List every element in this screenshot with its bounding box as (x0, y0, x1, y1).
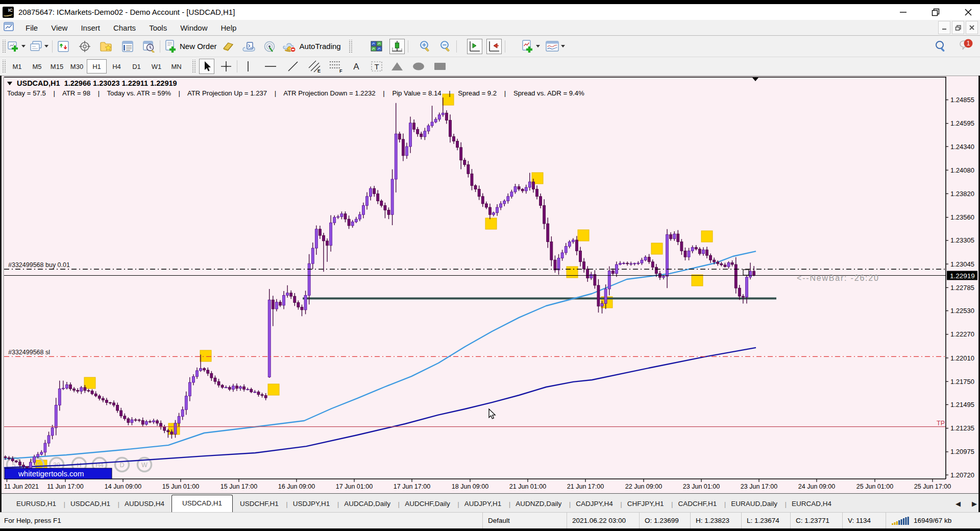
price-chart[interactable]: 51530HH4DW 1.248551.245951.243401.240801… (0, 0, 980, 531)
indicators-button[interactable] (521, 39, 541, 54)
notifications-icon[interactable]: 1 (955, 39, 974, 54)
candlestick-mode-button[interactable] (389, 39, 405, 54)
new-chart-button[interactable] (7, 39, 26, 54)
child-restore-icon[interactable] (952, 21, 964, 34)
signal-marker[interactable] (84, 377, 95, 389)
chart-tab-audcad-daily[interactable]: AUDCAD,Daily| (337, 496, 398, 512)
signal-marker[interactable] (200, 350, 211, 361)
menu-item-charts[interactable]: Charts (107, 21, 142, 34)
hline-tool-button[interactable] (263, 59, 278, 74)
signals-button[interactable] (262, 39, 277, 54)
autotrading-button[interactable] (282, 39, 299, 54)
minimize-icon[interactable] (897, 7, 909, 18)
chart-shift-button[interactable] (467, 39, 482, 54)
signal-marker[interactable] (268, 384, 279, 395)
chart-tab-audchf-daily[interactable]: AUDCHF,Daily| (398, 496, 457, 512)
timeframe-button-h4[interactable]: H4 (107, 59, 127, 74)
menu-item-file[interactable]: File (19, 21, 44, 34)
close-icon[interactable] (963, 7, 974, 18)
chart-window-icon[interactable] (4, 22, 14, 33)
chart-tab-usdchf-h1[interactable]: USDCHF,H1| (233, 496, 286, 512)
search-icon[interactable] (933, 39, 948, 54)
chart-tab-usdcad-h1[interactable]: USDCAD,H1| (63, 496, 117, 512)
chart-tab-audjpy-h1[interactable]: AUDJPY,H1| (457, 496, 509, 512)
rectangle-shape-button[interactable] (432, 59, 448, 74)
zoom-in-button[interactable] (418, 39, 433, 54)
chart-tab-audusd-h4[interactable]: AUDUSD,H4 (117, 496, 172, 512)
toolbar-grip2[interactable] (348, 40, 352, 53)
child-minimize-icon[interactable] (938, 21, 950, 34)
child-close-icon[interactable] (966, 21, 978, 34)
chart-tab-audnzd-daily[interactable]: AUDNZD,Daily| (508, 496, 569, 512)
toolbar2-grip2[interactable] (191, 60, 195, 73)
tabs-scroll-left-icon[interactable]: ◀ (955, 500, 961, 508)
zoom-out-button[interactable] (438, 39, 453, 54)
timeframe-button-m15[interactable]: M15 (47, 59, 67, 74)
templates-button[interactable] (545, 39, 566, 54)
chart-tab-eurusd-h1[interactable]: EURUSD,H1| (9, 496, 63, 512)
market-watch-button[interactable] (56, 39, 71, 54)
timeframe-button-mn[interactable]: MN (166, 59, 186, 74)
signal-marker[interactable] (651, 243, 663, 254)
chart-tab-euraud-daily[interactable]: EURAUD,Daily| (724, 496, 785, 512)
chart-tab-usdcad-h1[interactable]: USDCAD,H1 (172, 495, 233, 512)
signal-marker[interactable] (701, 231, 713, 242)
data-window-button[interactable] (77, 39, 92, 54)
candle-body (152, 421, 155, 422)
candle-body (330, 223, 332, 245)
trendline-tool-button[interactable] (285, 59, 301, 74)
menu-item-window[interactable]: Window (174, 21, 214, 34)
tile-windows-button[interactable] (369, 39, 384, 54)
signal-marker[interactable] (578, 230, 589, 241)
candle-body (124, 416, 126, 419)
metaquotes-cloud-button[interactable] (241, 39, 257, 54)
candle-body (8, 457, 10, 458)
candle-body (651, 262, 654, 268)
candle-body (449, 120, 451, 136)
text-tool-button[interactable]: A (349, 59, 364, 74)
fibonacci-tool-button[interactable]: F (328, 59, 344, 74)
timeframe-button-m30[interactable]: M30 (67, 59, 87, 74)
chart-tab-cadchf-h1[interactable]: CADCHF,H1| (671, 496, 724, 512)
new-order-button[interactable] (163, 39, 179, 54)
candle-body (109, 402, 111, 403)
new-order-label[interactable]: New Order (180, 42, 217, 51)
timeframe-button-m1[interactable]: M1 (7, 59, 27, 74)
chart-tab-cadjpy-h4[interactable]: CADJPY,H4| (569, 496, 620, 512)
chart-tab-usdjpy-h1[interactable]: USDJPY,H1| (286, 496, 337, 512)
timeframe-button-w1[interactable]: W1 (146, 59, 166, 74)
channel-tool-button[interactable]: E (307, 59, 322, 74)
signal-marker[interactable] (692, 275, 703, 286)
menu-item-tools[interactable]: Tools (142, 21, 174, 34)
autotrading-label[interactable]: AutoTrading (300, 42, 341, 51)
terminal-button[interactable] (120, 39, 135, 54)
signal-marker[interactable] (485, 218, 497, 229)
crosshair-tool-button[interactable] (218, 59, 234, 74)
toolbar-grip[interactable] (2, 40, 6, 53)
navigator-button[interactable] (99, 39, 114, 54)
cursor-tool-button[interactable] (199, 59, 214, 74)
textlabel-tool-button[interactable]: T (369, 59, 384, 74)
chart-tab-chfjpy-h1[interactable]: CHFJPY,H1| (620, 496, 671, 512)
candle-body (268, 300, 271, 377)
toolbar2-grip[interactable] (2, 60, 6, 73)
metaeditor-button[interactable] (221, 39, 236, 54)
auto-scroll-button[interactable] (486, 39, 502, 54)
maximize-icon[interactable] (930, 7, 941, 18)
vline-tool-button[interactable] (240, 59, 256, 74)
title-bar[interactable]: IC 20875647: ICMarkets-Demo02 - Demo Acc… (0, 4, 980, 20)
timeframe-button-h1[interactable]: H1 (87, 59, 107, 74)
ellipse-shape-button[interactable] (411, 59, 426, 74)
chart-tab-eurcad-h4[interactable]: EURCAD,H4 (785, 496, 839, 512)
menu-item-insert[interactable]: Insert (74, 21, 107, 34)
signal-marker[interactable] (567, 267, 578, 278)
timeframe-button-m5[interactable]: M5 (27, 59, 47, 74)
timeframe-button-d1[interactable]: D1 (127, 59, 146, 74)
candle-body (463, 160, 466, 165)
profiles-button[interactable] (29, 39, 49, 54)
triangle-shape-button[interactable] (389, 59, 405, 74)
menu-item-view[interactable]: View (44, 21, 74, 34)
tabs-scroll-right-icon[interactable]: ▶ (972, 500, 977, 508)
menu-item-help[interactable]: Help (214, 21, 243, 34)
strategy-tester-button[interactable] (141, 39, 157, 54)
